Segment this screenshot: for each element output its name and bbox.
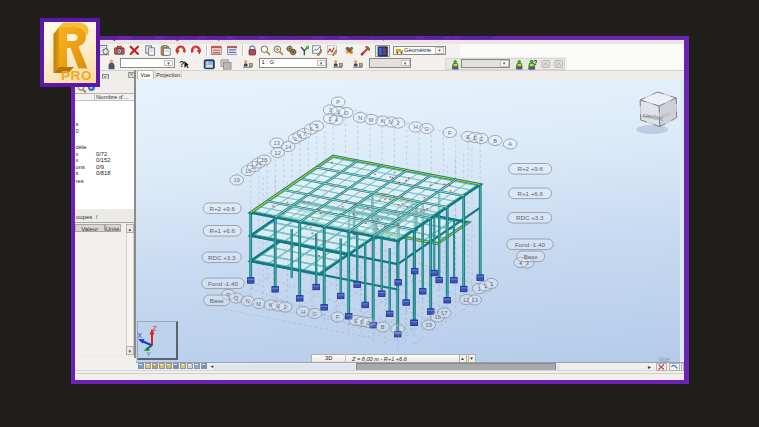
svg-text:Base: Base (523, 252, 538, 259)
svg-text:B: B (381, 324, 385, 330)
svg-text:?: ? (179, 59, 184, 69)
svg-text:R+1 +6.6: R+1 +6.6 (209, 227, 235, 234)
svg-text:Vue: Vue (658, 355, 670, 362)
svg-text:12: 12 (274, 149, 280, 155)
svg-text:15: 15 (261, 157, 267, 163)
svg-text:F: F (336, 314, 340, 320)
svg-text:B: B (493, 137, 497, 143)
svg-text:RDC +3.3: RDC +3.3 (516, 214, 544, 221)
svg-text:19: 19 (233, 177, 239, 183)
svg-text:Z: Z (152, 325, 157, 332)
svg-text:Fond -1.40: Fond -1.40 (515, 240, 545, 247)
svg-text:17: 17 (441, 310, 447, 316)
svg-text:J: J (284, 304, 287, 310)
svg-text:N: N (245, 298, 249, 304)
svg-text:G: G (312, 310, 316, 316)
svg-text:H: H (301, 308, 305, 314)
svg-text:G: G (424, 125, 428, 131)
svg-text:R+2 +9.6: R+2 +9.6 (517, 165, 543, 172)
svg-text:C: C (479, 135, 483, 141)
svg-text:M: M (369, 116, 374, 122)
svg-text:Fond -1.40: Fond -1.40 (208, 279, 238, 286)
svg-text:P: P (336, 99, 340, 105)
svg-text:H: H (413, 124, 417, 130)
svg-text:13: 13 (471, 297, 477, 303)
svg-text:RDC +3.3: RDC +3.3 (208, 253, 236, 260)
svg-text:A: A (508, 141, 512, 147)
svg-text:J: J (397, 120, 400, 126)
svg-text:Y: Y (146, 350, 150, 357)
svg-text:19: 19 (425, 322, 431, 328)
svg-text:14: 14 (285, 143, 291, 149)
svg-text:?: ? (533, 59, 537, 66)
svg-text:Base: Base (209, 296, 224, 303)
svg-text:A: A (396, 326, 400, 332)
svg-text:O: O (344, 109, 349, 115)
svg-text:Q: Q (234, 295, 239, 301)
svg-text:5: 5 (315, 123, 318, 129)
svg-text:R+1 +6.6: R+1 +6.6 (517, 189, 543, 196)
svg-text:3: 3 (489, 280, 492, 286)
svg-text:F: F (448, 129, 452, 135)
svg-text:13: 13 (273, 140, 279, 146)
svg-text:M: M (256, 300, 261, 306)
svg-text:R+2 +9.6: R+2 +9.6 (209, 204, 235, 211)
svg-text:C: C (366, 319, 370, 325)
svg-text:X: X (137, 332, 142, 339)
svg-text:4: 4 (334, 117, 337, 123)
svg-text:N: N (358, 114, 362, 120)
